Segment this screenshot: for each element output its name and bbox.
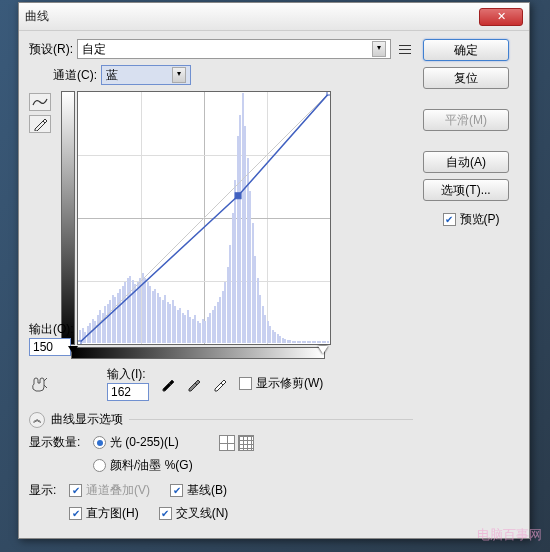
black-point-slider[interactable] xyxy=(68,346,78,354)
light-radio[interactable] xyxy=(93,436,106,449)
output-input[interactable] xyxy=(29,338,71,356)
collapse-icon[interactable]: ︽ xyxy=(29,412,45,428)
white-point-slider[interactable] xyxy=(318,346,328,354)
preview-checkbox[interactable]: ✔ xyxy=(443,213,456,226)
show-label: 显示: xyxy=(29,482,69,499)
display-options-header: 曲线显示选项 xyxy=(51,411,123,428)
chevron-down-icon: ▾ xyxy=(372,41,386,57)
close-button[interactable]: ✕ xyxy=(479,8,523,26)
svg-rect-1 xyxy=(78,341,81,344)
preset-select[interactable]: 自定 ▾ xyxy=(77,39,391,59)
reset-button[interactable]: 复位 xyxy=(423,67,509,89)
histogram-checkbox[interactable]: ✔ xyxy=(69,507,82,520)
light-label: 光 (0-255)(L) xyxy=(110,434,179,451)
curve-graph[interactable] xyxy=(77,91,331,345)
preview-label: 预览(P) xyxy=(460,211,500,228)
options-button[interactable]: 选项(T)... xyxy=(423,179,509,201)
pencil-tool-button[interactable] xyxy=(29,115,51,133)
input-label: 输入(I): xyxy=(107,366,149,383)
svg-rect-2 xyxy=(235,193,241,199)
svg-rect-3 xyxy=(327,92,330,95)
curve-tool-button[interactable] xyxy=(29,93,51,111)
input-gradient[interactable] xyxy=(71,347,325,359)
grid-4-icon[interactable] xyxy=(219,435,235,451)
hand-adjust-icon[interactable] xyxy=(29,374,49,394)
curve-line xyxy=(78,92,330,344)
titlebar[interactable]: 曲线 ✕ xyxy=(19,3,529,31)
pigment-label: 颜料/油墨 %(G) xyxy=(110,457,193,474)
preset-menu-icon[interactable] xyxy=(397,41,413,57)
preset-label: 预设(R): xyxy=(29,41,73,58)
show-amount-label: 显示数量: xyxy=(29,434,93,451)
channel-label: 通道(C): xyxy=(53,67,97,84)
grid-10-icon[interactable] xyxy=(238,435,254,451)
watermark: 电脑百事网 xyxy=(477,526,542,544)
input-input[interactable] xyxy=(107,383,149,401)
show-clip-checkbox[interactable] xyxy=(239,377,252,390)
baseline-checkbox[interactable]: ✔ xyxy=(170,484,183,497)
channel-select[interactable]: 蓝 ▾ xyxy=(101,65,191,85)
output-gradient xyxy=(61,91,75,345)
histogram-label: 直方图(H) xyxy=(86,505,139,522)
ok-button[interactable]: 确定 xyxy=(423,39,509,61)
intersection-checkbox[interactable]: ✔ xyxy=(159,507,172,520)
gray-eyedropper[interactable] xyxy=(185,375,203,393)
svg-line-0 xyxy=(78,92,330,344)
pencil-icon xyxy=(33,117,47,131)
auto-button[interactable]: 自动(A) xyxy=(423,151,509,173)
white-eyedropper[interactable] xyxy=(211,375,229,393)
overlay-label: 通道叠加(V) xyxy=(86,482,150,499)
black-eyedropper[interactable] xyxy=(159,375,177,393)
chevron-down-icon: ▾ xyxy=(172,67,186,83)
curves-dialog: 曲线 ✕ 预设(R): 自定 ▾ 通道(C): 蓝 ▾ xyxy=(18,2,530,539)
smooth-button[interactable]: 平滑(M) xyxy=(423,109,509,131)
window-title: 曲线 xyxy=(25,8,479,25)
pigment-radio[interactable] xyxy=(93,459,106,472)
baseline-label: 基线(B) xyxy=(187,482,227,499)
channel-value: 蓝 xyxy=(106,67,118,84)
intersection-label: 交叉线(N) xyxy=(176,505,229,522)
show-clip-label: 显示修剪(W) xyxy=(256,375,323,392)
wave-icon xyxy=(32,96,48,108)
output-label: 输出(O): xyxy=(29,321,74,338)
overlay-checkbox[interactable]: ✔ xyxy=(69,484,82,497)
preset-value: 自定 xyxy=(82,41,106,58)
